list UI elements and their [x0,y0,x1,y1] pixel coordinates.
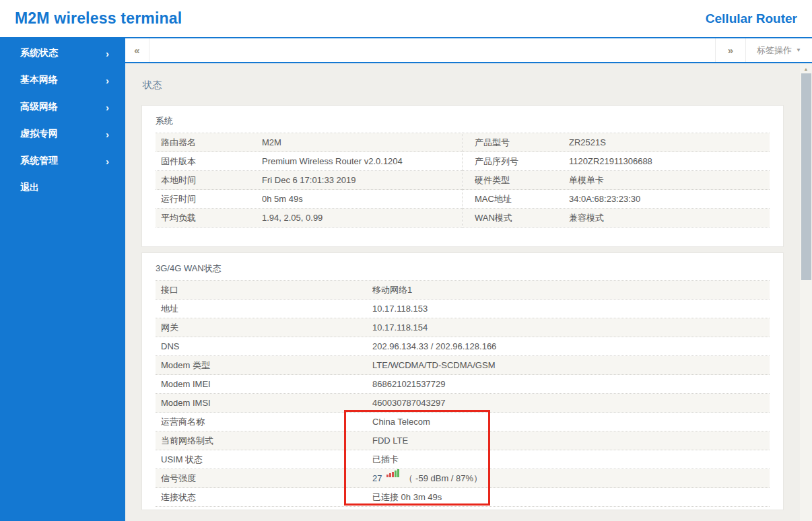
vertical-scrollbar[interactable]: ▲ [800,63,812,521]
row-value: 单模单卡 [569,171,770,189]
table-row: 硬件类型 单模单卡 [463,171,770,190]
table-row: 本地时间 Fri Dec 6 17:01:33 2019 [156,171,462,190]
row-label: 平均负载 [156,209,262,227]
row-value: Premium Wireless Router v2.0.1204 [262,152,462,170]
chevron-right-icon: › [106,75,109,86]
row-value: 已连接 0h 3m 49s [372,488,770,506]
signal-csq-value: 27 [372,469,382,487]
row-value: 1.94, 2.05, 0.99 [262,209,462,227]
system-status-card: 系统 路由器名 M2M 固件版本 Premium Wireless Router… [141,105,784,247]
chevron-right-icon: › [106,129,109,140]
row-value: ZR2521S [569,133,770,151]
tab-operations-label: 标签操作 [757,44,792,57]
router-admin-app: M2M wireless terminal Cellular Router 系统… [0,0,812,521]
sidebar-item-label: 退出 [20,182,39,194]
signal-dbm-percent: （ -59 dBm / 87%） [404,469,482,487]
table-row: 产品序列号 1120ZR21911306688 [463,152,770,171]
table-row: DNS 202.96.134.33 / 202.96.128.166 [156,337,770,356]
table-row-usim-status: USIM 状态 已插卡 [156,450,770,469]
row-label: 当前网络制式 [156,431,372,450]
row-label: 信号强度 [156,469,372,487]
top-header: M2M wireless terminal Cellular Router [0,0,812,38]
caret-down-icon: ▼ [796,47,801,53]
table-row-operator: 运营商名称 China Telecom [156,413,770,431]
system-table-left: 路由器名 M2M 固件版本 Premium Wireless Router v2… [156,133,463,228]
row-value: 202.96.134.33 / 202.96.128.166 [372,337,770,355]
row-value: M2M [262,133,462,151]
sidebar-item-label: 虚拟专网 [20,128,58,140]
sidebar-item-vpn[interactable]: 虚拟专网 › [0,120,125,147]
row-label: Modem IMSI [156,394,372,412]
table-row: Modem IMEI 868621021537729 [156,375,770,394]
row-value: 0h 5m 49s [262,190,462,208]
row-value: Fri Dec 6 17:01:33 2019 [262,171,462,189]
sidebar-item-system-status[interactable]: 系统状态 › [0,40,125,67]
chevron-right-icon: › [106,155,109,167]
table-row: 产品型号 ZR2521S [463,133,770,152]
row-label: 产品型号 [463,133,569,151]
row-label: DNS [156,337,372,355]
tab-operations-dropdown[interactable]: 标签操作 ▼ [746,38,812,62]
row-value: 移动网络1 [372,281,770,299]
row-value: LTE/WCDMA/TD-SCDMA/GSM [372,356,770,374]
sidebar-item-label: 高级网络 [20,101,58,113]
table-row: 地址 10.17.118.153 [156,300,770,318]
app-title: M2M wireless terminal [15,9,182,28]
product-name: Cellular Router [706,11,797,26]
row-label: MAC地址 [463,190,569,208]
row-value: FDD LTE [372,431,770,450]
signal-bars-icon [386,475,399,483]
sidebar-item-logout[interactable]: 退出 [0,174,125,201]
table-row: Modem IMSI 460030787043297 [156,394,770,413]
signal-value: 27 （ -59 dBm / 87%） [372,469,770,487]
row-label: 运行时间 [156,190,262,208]
double-chevron-left-icon: « [134,44,139,56]
row-value: 已插卡 [372,450,770,468]
wan-table: 接口 移动网络1 地址 10.17.118.153 网关 10.17.118.1… [156,280,770,507]
row-label: 本地时间 [156,171,262,189]
page-title: 状态 [143,79,784,92]
table-row-signal-strength: 信号强度 27 （ -59 dBm / 87%） [156,469,770,488]
double-chevron-right-icon: » [728,44,733,56]
row-value: 兼容模式 [569,209,770,227]
scrollbar-thumb[interactable] [801,73,811,280]
row-value: 10.17.118.153 [372,300,770,318]
table-row-connection-status: 连接状态 已连接 0h 3m 49s [156,488,770,507]
row-label: 固件版本 [156,152,262,170]
system-table-right: 产品型号 ZR2521S 产品序列号 1120ZR21911306688 硬件类… [463,133,770,228]
table-row: 固件版本 Premium Wireless Router v2.0.1204 [156,152,462,171]
row-value: 868621021537729 [372,375,770,393]
system-section-title: 系统 [156,114,770,133]
row-label: Modem IMEI [156,375,372,393]
scrollbar-up-arrow-icon[interactable]: ▲ [800,63,812,74]
row-label: 路由器名 [156,133,262,151]
tabs-scroll-right-button[interactable]: » [715,38,746,62]
sidebar-item-advanced-network[interactable]: 高级网络 › [0,94,125,120]
row-label: 运营商名称 [156,413,372,431]
sidebar-nav: 系统状态 › 基本网络 › 高级网络 › 虚拟专网 › 系统管理 › 退出 [0,38,125,521]
row-label: 硬件类型 [463,171,569,189]
row-value: 10.17.118.154 [372,318,770,337]
tab-bar: « » 标签操作 ▼ [125,38,812,63]
row-label: Modem 类型 [156,356,372,374]
sidebar-item-label: 基本网络 [20,74,58,86]
wan-section-title: 3G/4G WAN状态 [156,261,770,280]
table-row: Modem 类型 LTE/WCDMA/TD-SCDMA/GSM [156,356,770,375]
sidebar-item-label: 系统管理 [20,155,58,167]
row-value: China Telecom [372,413,770,431]
sidebar-item-label: 系统状态 [20,47,58,59]
table-row: 路由器名 M2M [156,133,462,152]
row-label: 网关 [156,318,372,337]
tabs-scroll-left-button[interactable]: « [125,38,149,62]
sidebar-item-basic-network[interactable]: 基本网络 › [0,67,125,94]
table-row: MAC地址 34:0A:68:23:23:30 [463,190,770,209]
row-label: 连接状态 [156,488,372,506]
page-content: 状态 系统 路由器名 M2M 固件版本 [125,63,800,521]
wan-status-card: 3G/4G WAN状态 接口 移动网络1 地址 10.17.118.153 [141,252,784,510]
row-value: 1120ZR21911306688 [569,152,770,170]
table-row: 运行时间 0h 5m 49s [156,190,462,209]
row-label: 产品序列号 [463,152,569,170]
table-row: WAN模式 兼容模式 [463,209,770,228]
sidebar-item-system-admin[interactable]: 系统管理 › [0,147,125,174]
row-label: 地址 [156,300,372,318]
